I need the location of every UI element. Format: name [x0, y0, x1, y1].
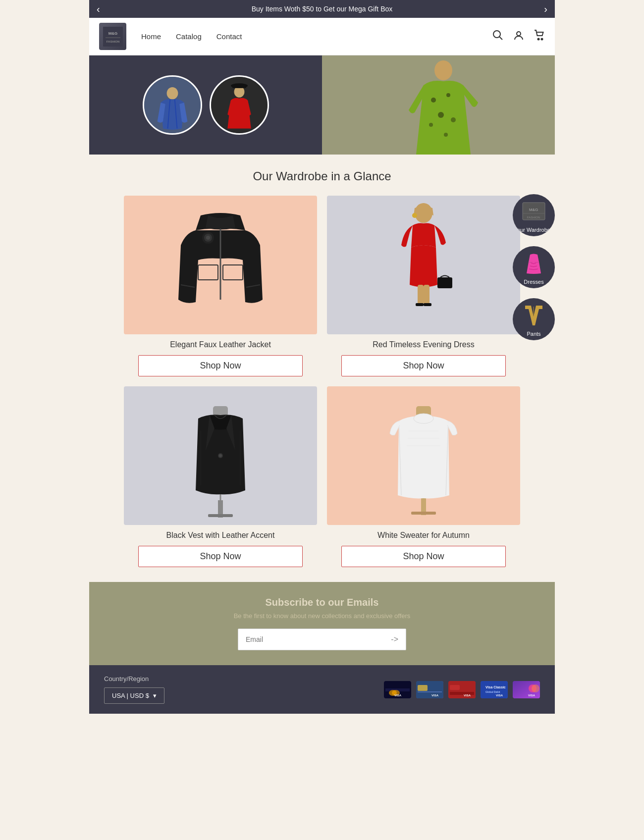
nav-catalog[interactable]: Catalog	[176, 32, 202, 41]
svg-point-52	[414, 414, 433, 423]
hero-circle-1	[143, 75, 202, 135]
shop-now-jacket-button[interactable]: Shop Now	[138, 355, 303, 376]
svg-point-16	[230, 83, 247, 88]
svg-rect-43	[213, 406, 228, 416]
svg-point-20	[446, 93, 450, 97]
country-value: USA | USD $	[112, 692, 149, 699]
svg-text:VISA: VISA	[464, 694, 471, 697]
svg-point-6	[517, 32, 521, 36]
nav-home[interactable]: Home	[141, 32, 161, 41]
product-name-vest: Black Vest with Leather Accent	[166, 531, 275, 540]
logo-image: M&G FASHION	[99, 23, 126, 50]
shop-now-vest-button[interactable]: Shop Now	[138, 546, 303, 567]
hero-left	[89, 55, 322, 155]
svg-text:FASHION: FASHION	[527, 216, 540, 219]
account-icon	[513, 30, 524, 41]
svg-rect-31	[223, 265, 243, 280]
svg-point-19	[431, 98, 436, 103]
search-icon	[492, 30, 503, 41]
announcement-text: Buy Items Woth $50 to Get our Mega Gift …	[252, 5, 393, 13]
svg-point-18	[434, 60, 452, 80]
section-title: Our Wardrobe in a Glance	[99, 169, 545, 183]
hero-right	[322, 55, 555, 155]
product-name-dress: Red Timeless Evening Dress	[373, 340, 474, 349]
country-label: Country/Region	[104, 675, 164, 682]
svg-line-5	[500, 37, 503, 40]
category-wardrobe[interactable]: M&G FASHION our Wardrobe	[513, 194, 555, 236]
product-card-vest: Black Vest with Leather Accent Shop Now	[124, 386, 317, 567]
payment-card-1: VISA	[384, 681, 411, 698]
category-pants[interactable]: Pants	[513, 298, 555, 340]
account-button[interactable]	[513, 30, 524, 43]
svg-text:Visa Classic: Visa Classic	[485, 685, 506, 689]
sidebar-categories: M&G FASHION our Wardrobe D	[513, 194, 555, 340]
svg-point-21	[438, 112, 444, 118]
navbar: M&G FASHION Home Catalog Contact	[89, 18, 555, 55]
svg-point-7	[538, 39, 539, 40]
cart-button[interactable]	[534, 30, 545, 43]
announcement-prev-button[interactable]: ‹	[92, 1, 105, 17]
pants-icon	[513, 302, 555, 329]
svg-point-45	[219, 454, 222, 457]
svg-point-22	[429, 123, 433, 127]
payment-card-5: VISA	[513, 681, 540, 698]
search-button[interactable]	[492, 30, 503, 43]
cart-icon	[534, 30, 545, 41]
product-card-dress: Red Timeless Evening Dress Shop Now	[327, 196, 520, 376]
svg-text:Global Debit: Global Debit	[485, 690, 500, 693]
svg-rect-70	[450, 685, 460, 690]
svg-text:VISA: VISA	[431, 694, 439, 697]
product-name-sweater: White Sweater for Autumn	[377, 531, 470, 540]
svg-point-78	[532, 684, 539, 692]
product-name-jacket: Elegant Faux Leather Jacket	[170, 340, 271, 349]
footer: Country/Region USA | USD $ ▾ VISA VISA	[89, 665, 555, 714]
hero-circle-2	[210, 75, 269, 135]
chevron-down-icon: ▾	[153, 692, 157, 699]
payment-card-2: VISA	[416, 681, 443, 698]
svg-point-8	[541, 39, 543, 40]
product-card-sweater: White Sweater for Autumn Shop Now	[327, 386, 520, 567]
product-image-jacket	[124, 196, 317, 334]
product-image-dress	[327, 196, 520, 334]
nav-icons	[492, 30, 545, 43]
product-card-jacket: Elegant Faux Leather Jacket Shop Now	[124, 196, 317, 376]
svg-point-4	[493, 31, 500, 38]
svg-rect-39	[416, 303, 424, 306]
subscribe-subtitle: Be the first to know about new collectio…	[99, 612, 545, 620]
country-selector[interactable]: USA | USD $ ▾	[104, 687, 164, 704]
shop-now-sweater-button[interactable]: Shop Now	[341, 546, 506, 567]
svg-point-23	[451, 117, 456, 122]
product-image-vest	[124, 386, 317, 525]
payment-card-3: VISA	[448, 681, 476, 698]
payment-icons: VISA VISA VISA Visa Classic Globa	[384, 681, 540, 698]
product-image-sweater	[327, 386, 520, 525]
svg-text:FASHION: FASHION	[106, 40, 119, 43]
category-pants-label: Pants	[527, 331, 540, 337]
nav-contact[interactable]: Contact	[216, 32, 242, 41]
svg-text:M&G: M&G	[529, 208, 538, 212]
subscribe-form: ->	[238, 629, 406, 650]
dresses-icon	[513, 250, 555, 277]
svg-rect-0	[103, 27, 123, 47]
email-input[interactable]	[238, 629, 383, 650]
nav-links: Home Catalog Contact	[141, 32, 492, 41]
product-grid: Elegant Faux Leather Jacket Shop Now	[124, 196, 520, 567]
announcement-next-button[interactable]: ›	[539, 1, 552, 17]
svg-rect-38	[437, 277, 452, 288]
category-dresses[interactable]: Dresses	[513, 246, 555, 288]
footer-left: Country/Region USA | USD $ ▾	[104, 675, 164, 704]
subscribe-section: Subscribe to our Emails Be the first to …	[89, 582, 555, 665]
subscribe-title: Subscribe to our Emails	[99, 597, 545, 608]
category-wardrobe-label: our Wardrobe	[517, 227, 550, 233]
svg-point-24	[444, 133, 448, 137]
wardrobe-icon: M&G FASHION	[513, 198, 555, 225]
shop-now-dress-button[interactable]: Shop Now	[341, 355, 506, 376]
svg-text:VISA: VISA	[496, 694, 503, 697]
svg-rect-65	[418, 685, 428, 691]
svg-rect-72	[481, 681, 508, 698]
announcement-bar: ‹ Buy Items Woth $50 to Get our Mega Gif…	[89, 0, 555, 18]
svg-rect-48	[411, 512, 436, 515]
main-content: Our Wardrobe in a Glance	[89, 155, 555, 582]
subscribe-submit-button[interactable]: ->	[383, 629, 406, 650]
svg-text:M&G: M&G	[108, 31, 117, 36]
